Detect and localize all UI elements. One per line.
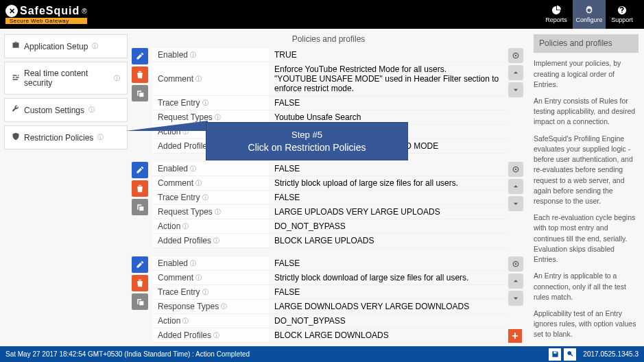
row-label: Request Types ⓘ bbox=[152, 205, 269, 219]
main: Application Setup ⓘReal time content sec… bbox=[0, 29, 644, 346]
info-icon: ⓘ bbox=[213, 237, 219, 245]
entry-block: Enabled ⓘFALSEComment ⓘStrictly block do… bbox=[132, 256, 525, 343]
row-value: FALSE bbox=[269, 191, 506, 204]
info-icon: ⓘ bbox=[182, 222, 189, 231]
move-up-button[interactable] bbox=[508, 65, 523, 80]
entry-row: Action ⓘDO_NOT_BYPASS bbox=[152, 219, 506, 234]
top-bar: ✕ SafeSquid® Secure Web Gateway ReportsC… bbox=[0, 0, 644, 29]
delete-button[interactable] bbox=[132, 67, 148, 83]
target-button[interactable] bbox=[508, 256, 523, 272]
top-actions: ReportsConfigureSupport bbox=[540, 0, 639, 29]
info-icon: ⓘ bbox=[221, 302, 227, 311]
info-icon: ⓘ bbox=[215, 208, 221, 217]
entry-row: Response Types ⓘLARGE DOWNLOADS VERY LAR… bbox=[152, 300, 506, 314]
edit-button[interactable] bbox=[132, 162, 148, 178]
row-label: Comment ⓘ bbox=[152, 62, 269, 95]
info-icon: ⓘ bbox=[190, 51, 196, 60]
edit-button[interactable] bbox=[132, 256, 148, 273]
entry-row: Comment ⓘStrictly block download of larg… bbox=[152, 271, 506, 285]
row-label: Enabled ⓘ bbox=[152, 256, 269, 270]
entry-row: Enabled ⓘFALSE bbox=[152, 162, 506, 176]
reports-button[interactable]: Reports bbox=[540, 0, 573, 29]
info-icon: ⓘ bbox=[195, 274, 202, 282]
top-btn-label: Configure bbox=[575, 16, 602, 23]
add-entry-button[interactable]: + bbox=[508, 329, 522, 343]
move-down-button[interactable] bbox=[508, 196, 523, 211]
top-btn-label: Support bbox=[611, 16, 633, 23]
support-button[interactable]: Support bbox=[606, 0, 639, 29]
move-down-button[interactable] bbox=[508, 82, 523, 97]
row-value: LARGE DOWNLOADS VERY LARGE DOWNLOADS bbox=[269, 300, 506, 313]
copy-button[interactable] bbox=[132, 199, 148, 215]
search-button[interactable] bbox=[564, 348, 576, 361]
entries-column: Policies and profiles Enabled ⓘTRUEComme… bbox=[132, 29, 531, 346]
entry-row: Action ⓘDO_NOT_BYPASS bbox=[152, 314, 506, 328]
shield-icon bbox=[12, 132, 20, 143]
row-value: BLOCK LARGE UPLOADS bbox=[269, 234, 506, 248]
logo-icon: ✕ bbox=[5, 5, 18, 17]
move-up-button[interactable] bbox=[508, 274, 523, 289]
logo: ✕ SafeSquid® Secure Web Gateway bbox=[5, 5, 87, 24]
sidebar-item-application-setup[interactable]: Application Setup ⓘ bbox=[4, 34, 128, 58]
logo-brand: SafeSquid bbox=[20, 5, 80, 17]
row-value: BLOCK LARGE DOWNLOADS bbox=[269, 328, 506, 342]
content: Policies and profiles Enabled ⓘTRUEComme… bbox=[132, 29, 644, 346]
entry-row: Enabled ⓘTRUE bbox=[152, 48, 506, 62]
help-panel: Policies and profiles Implement your pol… bbox=[531, 29, 644, 346]
delete-button[interactable] bbox=[132, 275, 148, 291]
info-icon: ⓘ bbox=[202, 288, 208, 297]
target-button[interactable] bbox=[508, 48, 523, 63]
info-icon: ⓘ bbox=[88, 106, 95, 114]
entry-row: Added Profiles ⓘBLOCK LARGE UPLOADS bbox=[152, 234, 506, 248]
delete-button[interactable] bbox=[132, 180, 148, 197]
row-value: FALSE bbox=[269, 96, 506, 110]
entry-order-icons bbox=[506, 48, 525, 154]
info-icon: ⓘ bbox=[97, 133, 104, 142]
sidebar-item-restriction-policies[interactable]: Restriction Policies ⓘ bbox=[4, 125, 128, 149]
row-value: FALSE bbox=[269, 285, 506, 299]
entry-order-icons bbox=[506, 162, 525, 248]
row-label: Trace Entry ⓘ bbox=[152, 285, 269, 299]
row-label: Added Profiles ⓘ bbox=[152, 328, 269, 342]
row-label: Action ⓘ bbox=[152, 219, 269, 233]
logo-subtitle: Secure Web Gateway bbox=[5, 18, 87, 24]
entry-block: Enabled ⓘFALSEComment ⓘStrictly block up… bbox=[132, 162, 525, 248]
help-paragraph: Applicability test of an Entry ignores r… bbox=[534, 309, 639, 340]
entry-action-icons bbox=[132, 256, 152, 343]
sidebar-item-label: Restriction Policies bbox=[24, 133, 93, 143]
edit-button[interactable] bbox=[132, 48, 148, 64]
row-label: Action ⓘ bbox=[152, 314, 269, 328]
row-label: Enabled ⓘ bbox=[152, 162, 269, 176]
help-paragraph: SafeSquid's Profiling Engine evaluates y… bbox=[534, 134, 639, 207]
target-button[interactable] bbox=[508, 162, 523, 177]
sliders-icon bbox=[12, 73, 20, 84]
help-paragraph: Implement your policies, by creating a l… bbox=[534, 58, 639, 90]
info-icon: ⓘ bbox=[215, 113, 221, 122]
sidebar-item-custom-settings[interactable]: Custom Settings ⓘ bbox=[4, 98, 128, 122]
info-icon: ⓘ bbox=[202, 193, 208, 202]
sidebar-item-label: Application Setup bbox=[24, 42, 88, 51]
section-title: Policies and profiles bbox=[132, 30, 525, 48]
save-button[interactable] bbox=[549, 348, 561, 361]
entry-row: Added Profiles ⓘBLOCK LARGE DOWNLOADS bbox=[152, 328, 506, 343]
copy-button[interactable] bbox=[132, 85, 148, 101]
move-down-button[interactable] bbox=[508, 291, 523, 306]
entry-row: Request Types ⓘLARGE UPLOADS VERY LARGE … bbox=[152, 205, 506, 219]
callout-step: Step #5 bbox=[216, 130, 398, 140]
entry-grid: Enabled ⓘFALSEComment ⓘStrictly block up… bbox=[152, 162, 506, 248]
row-label: Comment ⓘ bbox=[152, 271, 269, 285]
row-value: FALSE bbox=[269, 256, 506, 270]
help-paragraph: Each re-evaluation cycle begins with top… bbox=[534, 213, 639, 265]
copy-button[interactable] bbox=[132, 293, 148, 310]
help-paragraph: An Entry is applicable to a connection, … bbox=[534, 271, 639, 302]
info-icon: ⓘ bbox=[213, 331, 219, 340]
sidebar-item-real-time-content-security[interactable]: Real time content security ⓘ bbox=[4, 62, 128, 95]
row-label: Trace Entry ⓘ bbox=[152, 191, 269, 204]
row-label: Added Profiles ⓘ bbox=[152, 234, 269, 248]
entry-row: Trace Entry ⓘFALSE bbox=[152, 285, 506, 300]
instruction-callout: Step #5 Click on Restriction Policies bbox=[206, 122, 408, 160]
entry-row: Trace Entry ⓘFALSE bbox=[152, 96, 506, 110]
move-up-button[interactable] bbox=[508, 179, 523, 194]
configure-button[interactable]: Configure bbox=[573, 0, 606, 29]
info-icon: ⓘ bbox=[202, 99, 208, 108]
